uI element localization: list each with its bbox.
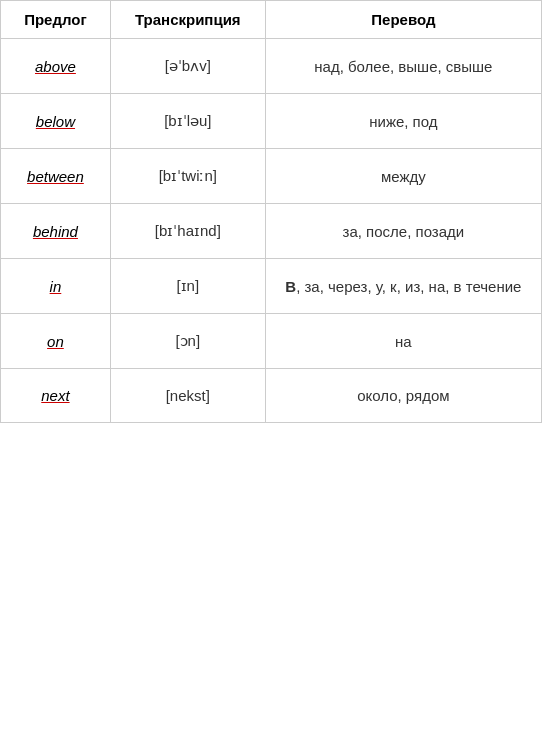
transcription-cell: [ɔn] — [110, 314, 265, 369]
translation-text: над, более, выше, свыше — [314, 58, 492, 75]
vocabulary-table: Предлог Транскрипция Перевод above[əˈbʌv… — [0, 0, 542, 423]
preposition-cell: on — [1, 314, 111, 369]
preposition-word: below — [36, 113, 75, 130]
preposition-cell: next — [1, 369, 111, 423]
preposition-cell: in — [1, 259, 111, 314]
transcription-text: [bɪˈhaɪnd] — [155, 222, 221, 239]
translation-text: между — [381, 168, 426, 185]
table-row: on[ɔn]на — [1, 314, 542, 369]
preposition-word: on — [47, 333, 64, 350]
table-row: behind[bɪˈhaɪnd]за, после, позади — [1, 204, 542, 259]
transcription-cell: [ɪn] — [110, 259, 265, 314]
translation-text: на — [395, 333, 412, 350]
transcription-text: [bɪˈləu] — [164, 112, 211, 129]
translation-cell: за, после, позади — [265, 204, 541, 259]
preposition-word: in — [50, 278, 62, 295]
table-row: between[bɪˈtwiːn]между — [1, 149, 542, 204]
preposition-cell: below — [1, 94, 111, 149]
translation-cell: между — [265, 149, 541, 204]
transcription-text: [ɪn] — [176, 277, 199, 294]
transcription-text: [ɔn] — [175, 332, 200, 349]
translation-text: В, за, через, у, к, из, на, в течение — [285, 278, 521, 295]
transcription-cell: [nekst] — [110, 369, 265, 423]
header-preposition: Предлог — [1, 1, 111, 39]
transcription-cell: [əˈbʌv] — [110, 39, 265, 94]
transcription-cell: [bɪˈləu] — [110, 94, 265, 149]
translation-text: около, рядом — [357, 387, 449, 404]
translation-text: ниже, под — [369, 113, 437, 130]
preposition-cell: between — [1, 149, 111, 204]
table-row: next[nekst]около, рядом — [1, 369, 542, 423]
header-translation: Перевод — [265, 1, 541, 39]
preposition-word: behind — [33, 223, 78, 240]
preposition-cell: behind — [1, 204, 111, 259]
transcription-text: [nekst] — [166, 387, 210, 404]
transcription-text: [bɪˈtwiːn] — [159, 167, 217, 184]
translation-cell: В, за, через, у, к, из, на, в течение — [265, 259, 541, 314]
table-row: in[ɪn]В, за, через, у, к, из, на, в тече… — [1, 259, 542, 314]
translation-cell: на — [265, 314, 541, 369]
preposition-word: above — [35, 58, 76, 75]
preposition-word: next — [41, 387, 69, 404]
preposition-word: between — [27, 168, 84, 185]
translation-cell: ниже, под — [265, 94, 541, 149]
header-transcription: Транскрипция — [110, 1, 265, 39]
translation-text: за, после, позади — [343, 223, 465, 240]
table-row: below[bɪˈləu]ниже, под — [1, 94, 542, 149]
translation-cell: над, более, выше, свыше — [265, 39, 541, 94]
preposition-cell: above — [1, 39, 111, 94]
transcription-text: [əˈbʌv] — [165, 57, 211, 74]
translation-cell: около, рядом — [265, 369, 541, 423]
table-row: above[əˈbʌv]над, более, выше, свыше — [1, 39, 542, 94]
transcription-cell: [bɪˈhaɪnd] — [110, 204, 265, 259]
transcription-cell: [bɪˈtwiːn] — [110, 149, 265, 204]
